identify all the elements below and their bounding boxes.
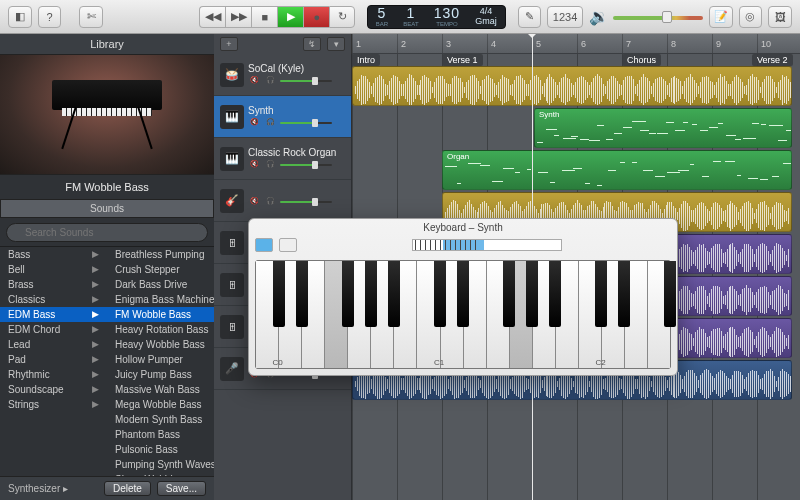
arrangement-marker[interactable]: Intro [352, 54, 380, 66]
region[interactable]: Synth [534, 108, 792, 148]
headphones-icon[interactable]: 🎧 [264, 118, 276, 128]
keyboard-range-overview[interactable] [412, 239, 562, 251]
category-item[interactable]: EDM Chord▶ [0, 322, 107, 337]
arrangement-marker[interactable]: Verse 1 [442, 54, 483, 66]
track-name: Classic Rock Organ [248, 147, 345, 158]
mute-icon[interactable]: 🔇 [248, 76, 260, 86]
ruler-tick: 3 [442, 34, 451, 53]
category-item[interactable]: Bell▶ [0, 262, 107, 277]
tuner-button[interactable]: 1234 [547, 6, 583, 28]
white-key[interactable] [510, 261, 533, 368]
master-volume-slider[interactable] [613, 12, 703, 22]
musical-keyboard-window[interactable]: Keyboard – Synth C0 C1 C2 [248, 218, 678, 376]
preset-item[interactable]: Hollow Pumper [107, 352, 214, 367]
track-header[interactable]: 🎹Synth🔇🎧 [214, 96, 351, 138]
preset-item[interactable]: Crush Stepper [107, 262, 214, 277]
white-key[interactable] [487, 261, 510, 368]
piano-keyboard[interactable]: C0 C1 C2 [255, 260, 671, 369]
pencil-icon[interactable]: ✎ [518, 6, 542, 28]
preset-item[interactable]: Juicy Pump Bass [107, 367, 214, 382]
preset-item[interactable]: Mega Wobble Bass [107, 397, 214, 412]
region[interactable] [352, 66, 792, 106]
category-item[interactable]: Rhythmic▶ [0, 367, 107, 382]
white-key[interactable] [302, 261, 325, 368]
white-key[interactable] [441, 261, 464, 368]
preset-item[interactable]: Modern Synth Bass [107, 412, 214, 427]
cycle-button[interactable]: ↻ [329, 6, 355, 28]
preset-item[interactable]: Pulsonic Bass [107, 442, 214, 457]
preset-item[interactable]: Pumping Synth Waves [107, 457, 214, 472]
arrangement-marker[interactable]: Verse 2 [752, 54, 793, 66]
white-key[interactable] [533, 261, 556, 368]
preset-item[interactable]: Phantom Bass [107, 427, 214, 442]
add-track-button[interactable]: + [220, 37, 238, 51]
white-key[interactable] [279, 261, 302, 368]
track-header[interactable]: 🎸🔇🎧 [214, 180, 351, 222]
loops-button[interactable]: ◎ [739, 6, 763, 28]
category-item[interactable]: Strings▶ [0, 397, 107, 412]
lcd-display[interactable]: 5BAR 1BEAT 130TEMPO 4/4Gmaj [367, 5, 505, 29]
white-key[interactable] [394, 261, 417, 368]
record-button[interactable]: ● [303, 6, 329, 28]
white-key[interactable] [625, 261, 648, 368]
white-key[interactable] [325, 261, 348, 368]
octave-label: C1 [434, 358, 444, 367]
tab-sounds[interactable]: Sounds [0, 199, 214, 218]
category-item[interactable]: Soundscape▶ [0, 382, 107, 397]
white-key[interactable] [464, 261, 487, 368]
headphones-icon[interactable]: 🎧 [264, 197, 276, 207]
track-volume-slider[interactable] [280, 78, 332, 84]
track-header[interactable]: 🥁SoCal (Kyle)🔇🎧 [214, 54, 351, 96]
preset-item[interactable]: Heavy Rotation Bass [107, 322, 214, 337]
category-item[interactable]: EDM Bass▶ [0, 307, 107, 322]
help-button[interactable]: ? [38, 6, 62, 28]
sustain-button[interactable] [255, 238, 273, 252]
stop-button[interactable]: ■ [251, 6, 277, 28]
automation-icon[interactable]: ↯ [303, 37, 321, 51]
white-key[interactable] [579, 261, 602, 368]
ruler-tick: 4 [487, 34, 496, 53]
white-key[interactable] [602, 261, 625, 368]
notepad-button[interactable]: 📝 [709, 6, 733, 28]
save-button[interactable]: Save... [157, 481, 206, 496]
category-item[interactable]: Classics▶ [0, 292, 107, 307]
media-button[interactable]: 🖼 [768, 6, 792, 28]
preset-item[interactable]: Breathless Pumping [107, 247, 214, 262]
white-key[interactable] [371, 261, 394, 368]
white-key[interactable] [556, 261, 579, 368]
white-key[interactable] [648, 261, 670, 368]
library-toggle-button[interactable]: ◧ [8, 6, 32, 28]
track-menu-icon[interactable]: ▾ [327, 37, 345, 51]
category-item[interactable]: Bass▶ [0, 247, 107, 262]
forward-button[interactable]: ▶▶ [225, 6, 251, 28]
region[interactable]: Organ [442, 150, 792, 190]
search-input[interactable] [6, 223, 208, 242]
delete-button[interactable]: Delete [104, 481, 151, 496]
category-item[interactable]: Pad▶ [0, 352, 107, 367]
white-key[interactable] [348, 261, 371, 368]
mute-icon[interactable]: 🔇 [248, 197, 260, 207]
track-header[interactable]: 🎹Classic Rock Organ🔇🎧 [214, 138, 351, 180]
headphones-icon[interactable]: 🎧 [264, 76, 276, 86]
timeline-ruler[interactable]: 1234567891011 [352, 34, 800, 54]
category-item[interactable]: Brass▶ [0, 277, 107, 292]
preset-item[interactable]: Massive Wah Bass [107, 382, 214, 397]
scissors-icon[interactable]: ✄ [79, 6, 103, 28]
track-volume-slider[interactable] [280, 120, 332, 126]
rewind-button[interactable]: ◀◀ [199, 6, 225, 28]
category-item[interactable]: Lead▶ [0, 337, 107, 352]
preset-item[interactable]: FM Wobble Bass [107, 307, 214, 322]
mute-icon[interactable]: 🔇 [248, 160, 260, 170]
track-volume-slider[interactable] [280, 199, 332, 205]
play-button[interactable]: ▶ [277, 6, 303, 28]
white-key[interactable] [256, 261, 279, 368]
track-volume-slider[interactable] [280, 162, 332, 168]
preset-item[interactable]: Dark Bass Drive [107, 277, 214, 292]
white-key[interactable] [417, 261, 440, 368]
preset-item[interactable]: Heavy Wobble Bass [107, 337, 214, 352]
preset-item[interactable]: Enigma Bass Machine [107, 292, 214, 307]
keyboard-view-button[interactable] [279, 238, 297, 252]
headphones-icon[interactable]: 🎧 [264, 160, 276, 170]
mute-icon[interactable]: 🔇 [248, 118, 260, 128]
arrangement-marker[interactable]: Chorus [622, 54, 661, 66]
